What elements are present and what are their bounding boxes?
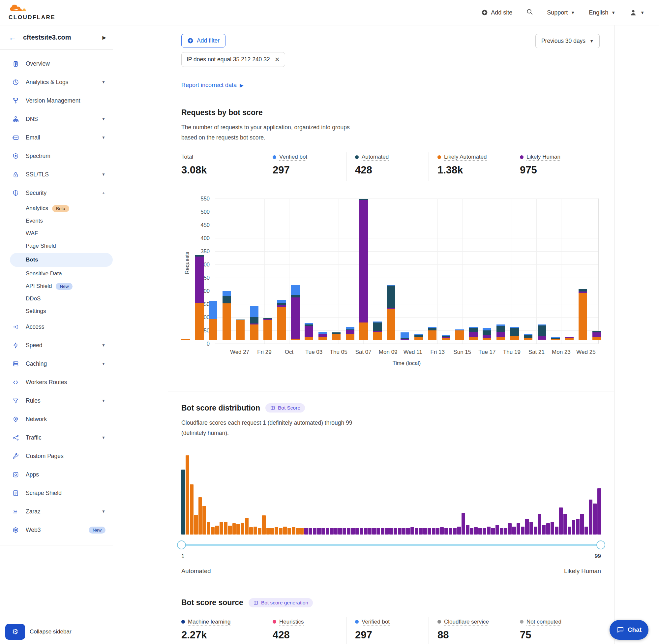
stacked-bar[interactable]	[209, 301, 217, 340]
account-menu[interactable]: ▼	[629, 8, 644, 17]
sidebar-item-dns[interactable]: DNS▼	[0, 110, 113, 128]
stacked-bar[interactable]	[483, 328, 491, 341]
stacked-bar[interactable]	[565, 337, 573, 340]
histogram-bar[interactable]	[568, 527, 571, 534]
stacked-bar[interactable]	[236, 320, 244, 340]
histogram-bar[interactable]	[300, 528, 304, 534]
sidebar-item-apps[interactable]: Apps	[0, 465, 113, 484]
bot-score-badge[interactable]: Bot Score	[265, 403, 305, 413]
sidebar-subitem-settings[interactable]: Settings	[0, 305, 113, 318]
histogram-bar[interactable]	[593, 504, 597, 534]
slider-handle-min[interactable]	[177, 540, 186, 549]
stacked-bar[interactable]	[359, 199, 368, 341]
stat-label[interactable]: Verified bot	[273, 154, 339, 160]
histogram-bar[interactable]	[338, 528, 342, 534]
stacked-bar[interactable]	[305, 323, 313, 340]
histogram-bar[interactable]	[355, 528, 359, 534]
stat-label[interactable]: Machine learning	[181, 619, 257, 625]
add-filter-button[interactable]: Add filter	[181, 34, 226, 47]
sidebar-item-spectrum[interactable]: Spectrum	[0, 147, 113, 165]
slider-handle-max[interactable]	[596, 540, 605, 549]
histogram-bar[interactable]	[224, 522, 228, 534]
stat-label[interactable]: Heuristics	[273, 619, 339, 625]
sidebar-item-email[interactable]: Email▼	[0, 128, 113, 147]
stacked-bar[interactable]	[592, 331, 601, 341]
histogram-bar[interactable]	[270, 528, 274, 534]
stacked-bar[interactable]	[291, 285, 300, 340]
histogram-bar[interactable]	[444, 528, 448, 534]
sidebar-item-rules[interactable]: Rules▼	[0, 391, 113, 410]
sidebar-subitem-sensitive-data[interactable]: Sensitive Data	[0, 268, 113, 280]
histogram-bar[interactable]	[487, 527, 491, 534]
histogram-bar[interactable]	[279, 528, 283, 534]
histogram-bar[interactable]	[351, 528, 355, 534]
histogram-bar[interactable]	[517, 523, 520, 534]
sidebar-subitem-page-shield[interactable]: Page Shield	[0, 240, 113, 252]
chat-button[interactable]: Chat	[610, 620, 649, 640]
sidebar-item-zaraz[interactable]: Zaraz▼	[0, 502, 113, 521]
histogram-bar[interactable]	[478, 528, 482, 534]
histogram-bar[interactable]	[241, 523, 244, 534]
support-menu[interactable]: Support▼	[547, 9, 575, 16]
histogram-bar[interactable]	[245, 518, 249, 534]
stacked-bar[interactable]	[469, 327, 478, 340]
histogram-bar[interactable]	[453, 528, 456, 534]
histogram-bar[interactable]	[589, 500, 592, 534]
sidebar-item-analytics-logs[interactable]: Analytics & Logs▼	[0, 73, 113, 91]
sidebar-subitem-ddos[interactable]: DDoS	[0, 293, 113, 305]
histogram-bar[interactable]	[304, 528, 308, 534]
stat-label[interactable]: Cloudflare service	[438, 619, 504, 625]
sidebar-item-access[interactable]: Access	[0, 318, 113, 336]
histogram-bar[interactable]	[334, 528, 338, 534]
histogram-bar[interactable]	[559, 507, 563, 534]
sidebar-item-custom-pages[interactable]: Custom Pages	[0, 447, 113, 465]
stacked-bar[interactable]	[415, 334, 423, 340]
stacked-bar[interactable]	[387, 285, 395, 340]
bot-score-generation-badge[interactable]: Bot score generation	[249, 598, 313, 607]
histogram-bar[interactable]	[186, 455, 189, 534]
histogram-bar[interactable]	[309, 528, 312, 534]
stacked-bar[interactable]	[332, 332, 340, 340]
stacked-bar[interactable]	[496, 324, 505, 340]
histogram-bar[interactable]	[406, 528, 410, 534]
language-menu[interactable]: English▼	[589, 9, 615, 16]
stacked-bar[interactable]	[579, 289, 587, 340]
stacked-bar[interactable]	[222, 291, 231, 340]
sidebar-subitem-analytics[interactable]: AnalyticsBeta	[0, 202, 113, 215]
score-range-slider[interactable]	[181, 540, 601, 550]
stat-label[interactable]: Likely Human	[520, 154, 587, 160]
collapse-sidebar-label[interactable]: Collapse sidebar	[30, 628, 72, 635]
histogram-bar[interactable]	[194, 515, 198, 534]
back-arrow-icon[interactable]: ←	[8, 33, 17, 42]
stacked-bar[interactable]	[510, 327, 519, 340]
histogram-bar[interactable]	[317, 528, 321, 534]
stacked-bar[interactable]	[551, 337, 560, 341]
histogram-bar[interactable]	[360, 528, 363, 534]
histogram-bar[interactable]	[470, 528, 474, 534]
stacked-bar[interactable]	[401, 332, 409, 340]
histogram-bar[interactable]	[330, 528, 334, 534]
histogram-bar[interactable]	[500, 528, 503, 534]
histogram-bar[interactable]	[262, 515, 266, 534]
histogram-bar[interactable]	[232, 523, 236, 534]
slider-track[interactable]	[181, 544, 601, 546]
stacked-bar[interactable]	[263, 318, 272, 340]
histogram-bar[interactable]	[402, 528, 406, 534]
histogram-bar[interactable]	[207, 522, 210, 534]
sidebar-item-workers-routes[interactable]: Workers Routes	[0, 373, 113, 391]
histogram-bar[interactable]	[258, 528, 261, 534]
histogram-bar[interactable]	[394, 528, 397, 534]
stacked-bar[interactable]	[319, 332, 327, 341]
histogram-bar[interactable]	[580, 514, 584, 534]
stacked-bar[interactable]	[250, 306, 258, 340]
filter-chip[interactable]: IP does not equal 35.212.240.32 ✕	[181, 52, 285, 67]
histogram-bar[interactable]	[364, 528, 368, 534]
settings-gear-button[interactable]: ⚙	[5, 624, 25, 640]
sidebar-item-overview[interactable]: Overview	[0, 54, 113, 73]
stat-label[interactable]: Verified bot	[355, 619, 422, 625]
histogram-bar[interactable]	[504, 528, 508, 534]
histogram-bar[interactable]	[432, 528, 436, 534]
stacked-bar[interactable]	[442, 335, 450, 340]
sidebar-subitem-bots[interactable]: Bots	[10, 253, 113, 267]
sidebar-item-scrape-shield[interactable]: Scrape Shield	[0, 484, 113, 502]
